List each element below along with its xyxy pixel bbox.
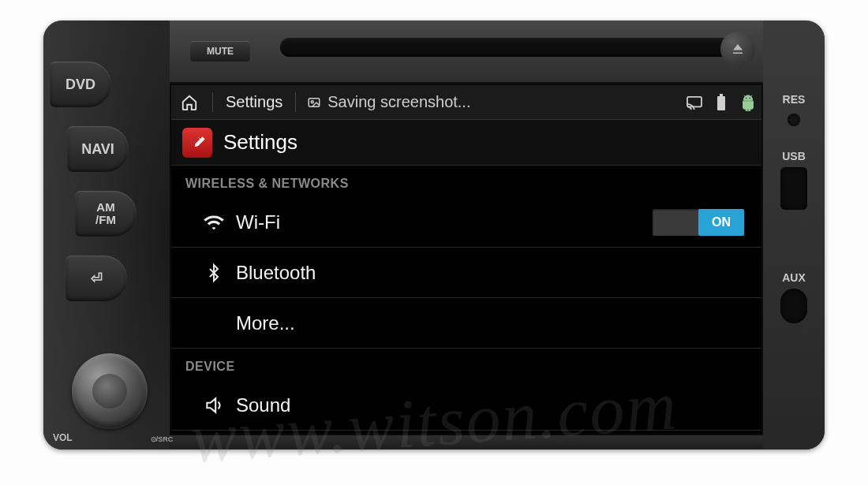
volume-knob[interactable] bbox=[72, 353, 148, 429]
sound-icon bbox=[198, 395, 230, 416]
android-icon bbox=[735, 94, 761, 111]
row-bluetooth[interactable]: Bluetooth bbox=[171, 248, 761, 298]
divider bbox=[212, 92, 213, 113]
vol-label: VOL bbox=[53, 432, 73, 443]
settings-app-icon bbox=[182, 128, 212, 158]
wifi-toggle-state: ON bbox=[698, 209, 744, 236]
status-bar: Settings Saving screenshot... bbox=[171, 85, 761, 120]
settings-header: Settings bbox=[171, 120, 761, 166]
wifi-label: Wi-Fi bbox=[230, 211, 653, 233]
image-icon bbox=[307, 95, 321, 110]
sound-label: Sound bbox=[230, 394, 744, 416]
src-label: ⊙/SRC bbox=[151, 435, 174, 443]
back-button[interactable]: ⏎ bbox=[65, 256, 127, 301]
bluetooth-icon bbox=[198, 262, 230, 284]
eject-button[interactable] bbox=[720, 32, 755, 66]
row-sound[interactable]: Sound bbox=[171, 380, 761, 431]
statusbar-title[interactable]: Settings bbox=[218, 93, 290, 111]
usb-port[interactable] bbox=[780, 167, 807, 210]
settings-header-title: Settings bbox=[223, 130, 297, 155]
bluetooth-label: Bluetooth bbox=[230, 262, 744, 284]
svg-point-5 bbox=[746, 97, 746, 98]
touchscreen: Settings Saving screenshot... bbox=[170, 84, 763, 435]
svg-point-6 bbox=[750, 97, 750, 98]
aux-label: AUX bbox=[763, 271, 825, 284]
top-bezel: MUTE bbox=[170, 21, 763, 84]
battery-icon bbox=[708, 94, 735, 111]
screenshot-notification[interactable]: Saving screenshot... bbox=[301, 93, 477, 111]
home-icon[interactable] bbox=[171, 85, 208, 119]
cd-slot[interactable] bbox=[280, 38, 731, 57]
svg-point-1 bbox=[312, 100, 314, 103]
divider bbox=[295, 92, 296, 113]
amfm-button[interactable]: AM /FM bbox=[75, 191, 137, 237]
head-unit-body: DVD NAVI AM /FM ⏎ VOL ⊙/SRC MUTE RES USB… bbox=[43, 21, 825, 450]
usb-label: USB bbox=[763, 150, 825, 162]
aux-port[interactable] bbox=[780, 289, 807, 323]
section-wireless-label: WIRELESS & NETWORKS bbox=[171, 166, 761, 197]
svg-rect-3 bbox=[717, 96, 725, 110]
section-device-label: DEVICE bbox=[171, 349, 761, 380]
dvd-button[interactable]: DVD bbox=[50, 62, 111, 107]
notification-text: Saving screenshot... bbox=[327, 93, 470, 111]
more-label: More... bbox=[230, 312, 744, 334]
row-more[interactable]: More... bbox=[171, 298, 761, 349]
cast-icon[interactable] bbox=[681, 95, 708, 110]
navi-button[interactable]: NAVI bbox=[67, 126, 129, 172]
svg-rect-2 bbox=[687, 96, 702, 106]
res-label: RES bbox=[763, 93, 825, 106]
wifi-toggle[interactable]: ON bbox=[653, 209, 744, 236]
wifi-icon bbox=[198, 211, 230, 233]
row-wifi[interactable]: Wi-Fi ON bbox=[171, 197, 761, 248]
left-physical-panel: DVD NAVI AM /FM ⏎ VOL ⊙/SRC bbox=[43, 21, 170, 450]
svg-rect-4 bbox=[720, 94, 723, 96]
mute-button[interactable]: MUTE bbox=[190, 41, 250, 62]
right-physical-panel: RES USB AUX bbox=[763, 21, 825, 450]
reset-pinhole[interactable] bbox=[788, 114, 800, 126]
